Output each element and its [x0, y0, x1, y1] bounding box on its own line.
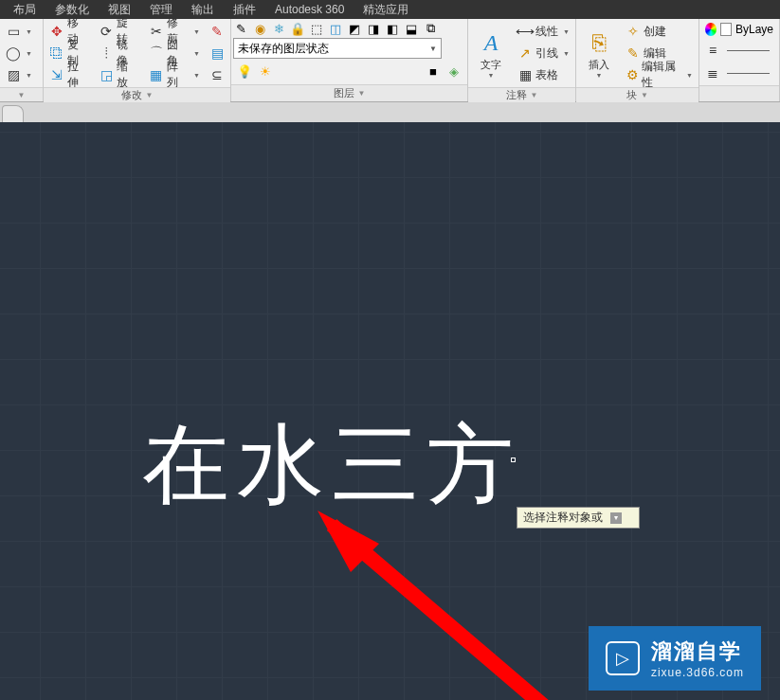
panel-layer-title: 图层▼	[231, 84, 467, 101]
layer-lock-icon[interactable]: 🔒	[290, 21, 305, 36]
stretch-label: 拉伸	[67, 59, 90, 91]
lineweight-control[interactable]: ≣	[701, 63, 777, 83]
linetype-control[interactable]: ≡	[701, 40, 777, 61]
lineweight-icon: ≣	[705, 65, 720, 81]
bylayer-label: ByLaye	[735, 23, 773, 36]
fillet-icon: ⌒	[149, 45, 164, 61]
layer-i5-icon[interactable]: ◧	[385, 21, 400, 36]
menu-a360[interactable]: Autodesk 360	[265, 1, 354, 18]
stretch-button[interactable]: ⇲拉伸	[45, 64, 93, 85]
scale-label: 缩放	[117, 59, 139, 91]
panel-props-title	[699, 85, 779, 101]
layer-sun-icon[interactable]: ☀	[258, 63, 273, 79]
layer-color-icon[interactable]: ■	[426, 63, 441, 79]
layer-state-icon[interactable]: ◉	[252, 21, 267, 36]
array-label: 阵列	[167, 59, 190, 91]
panel-block-title: 块▼	[576, 87, 698, 102]
panel-annotate-title: 注释▼	[468, 87, 575, 102]
move-icon: ✥	[49, 24, 64, 39]
table-button[interactable]: ▦表格	[514, 64, 573, 85]
panel-modify: ✥移动 ⿻复制 ⇲拉伸 ⟳旋转 ⦙镜像 ◲缩放 ✂修剪▼ ⌒圆角▼ ▦阵列▼ ✎…	[44, 19, 231, 101]
stretch-icon: ⇲	[49, 67, 64, 82]
watermark-url: zixue.3d66.com	[651, 666, 744, 679]
color-wheel-icon	[705, 23, 717, 36]
create-icon: ✧	[626, 24, 641, 39]
layer-freeze-icon[interactable]: ❄	[271, 21, 286, 36]
watermark: ▷ 溜溜自学 zixue.3d66.com	[589, 626, 761, 691]
svg-line-0	[332, 525, 626, 700]
leader-button[interactable]: ↗引线▼	[514, 43, 573, 63]
copy-icon: ⿻	[49, 45, 64, 61]
insert-icon: ⎘	[584, 27, 614, 58]
tooltip-text: 选择注释对象或	[523, 510, 603, 526]
tooltip-menu-icon[interactable]: ▾	[610, 512, 622, 524]
layer-on-icon[interactable]: 💡	[237, 63, 252, 79]
text-button[interactable]: A 文字 ▼	[470, 21, 512, 85]
panel-layer: ✎ ◉ ❄ 🔒 ⬚ ◫ ◩ ◨ ◧ ⬓ ⧉ 未保存的图层状态 ▼ 💡 ☀ ■	[231, 19, 468, 101]
color-swatch-icon	[720, 23, 732, 36]
rotate-icon: ⟳	[99, 24, 114, 39]
insert-label: 插入	[589, 58, 609, 72]
panel-draw-title: ▼	[0, 87, 43, 101]
ribbon: ▭▼ ◯▼ ▨▼ ▼ ✥移动 ⿻复制 ⇲拉伸 ⟳旋转 ⦙镜像 ◲缩放 ✂修剪▼ …	[0, 19, 780, 102]
leader-icon: ↗	[517, 45, 533, 61]
layer-i1-icon[interactable]: ⬚	[309, 21, 324, 36]
drawing-canvas[interactable]: 在水三方 选择注释对象或 ▾ ▷ 溜溜自学 zixue.3d66.com	[0, 122, 780, 700]
doc-tab[interactable]	[2, 105, 24, 122]
table-icon: ▦	[517, 67, 533, 82]
panel-modify-title: 修改▼	[44, 87, 230, 102]
text-label: 文字	[481, 58, 501, 72]
layer-i4-icon[interactable]: ◨	[366, 21, 381, 36]
layer-state-dropdown[interactable]: 未保存的图层状态 ▼	[233, 38, 442, 59]
erase-button[interactable]: ✎	[206, 21, 228, 42]
array-button[interactable]: ▦阵列▼	[145, 64, 204, 85]
create-label: 创建	[644, 24, 666, 40]
edit-attr-button[interactable]: ⚙编辑属性▼	[622, 64, 697, 85]
offset-icon: ⊆	[209, 67, 225, 82]
layer-i3-icon[interactable]: ◩	[347, 21, 362, 36]
erase-icon: ✎	[209, 24, 225, 39]
panel-annotate: A 文字 ▼ ⟷线性▼ ↗引线▼ ▦表格 注释▼	[468, 19, 576, 101]
linear-button[interactable]: ⟷线性▼	[514, 21, 573, 42]
linear-label: 线性	[535, 24, 558, 40]
watermark-logo-icon: ▷	[606, 641, 640, 675]
hatch-button[interactable]: ▨▼	[2, 64, 36, 85]
watermark-title: 溜溜自学	[651, 637, 744, 666]
drawing-text-object[interactable]: 在水三方	[142, 406, 521, 524]
ellipse-button[interactable]: ◯▼	[2, 43, 36, 63]
rect-button[interactable]: ▭▼	[2, 21, 36, 42]
panel-draw: ▭▼ ◯▼ ▨▼ ▼	[0, 19, 44, 101]
trim-icon: ✂	[149, 24, 164, 39]
rect-icon: ▭	[6, 24, 21, 39]
edit-icon: ✎	[626, 45, 641, 61]
offset-button[interactable]: ⊆	[206, 64, 228, 85]
hatch-icon: ▨	[6, 67, 21, 82]
attr-label: 编辑属性	[642, 59, 681, 91]
command-tooltip: 选择注释对象或 ▾	[517, 507, 640, 529]
layer-props-icon[interactable]: ✎	[233, 21, 248, 36]
layer-i7-icon[interactable]: ⧉	[423, 21, 438, 36]
layer-more-icon[interactable]: ◈	[446, 63, 462, 79]
leader-label: 引线	[535, 45, 558, 62]
ellipse-icon: ◯	[6, 45, 21, 61]
panel-block: ⎘ 插入 ▼ ✧创建 ✎编辑 ⚙编辑属性▼ 块▼	[576, 19, 699, 101]
attr-icon: ⚙	[626, 67, 639, 82]
create-block-button[interactable]: ✧创建	[622, 21, 697, 42]
text-icon: A	[476, 27, 506, 58]
menu-featured[interactable]: 精选应用	[354, 0, 418, 20]
insert-button[interactable]: ⎘ 插入 ▼	[578, 21, 620, 85]
explode-button[interactable]: ▤	[206, 43, 228, 63]
chevron-down-icon: ▼	[429, 45, 437, 53]
layer-state-value: 未保存的图层状态	[238, 41, 329, 57]
menu-layout[interactable]: 布局	[4, 0, 45, 20]
cursor-pickbox	[511, 458, 516, 462]
layer-i2-icon[interactable]: ◫	[328, 21, 343, 36]
color-control[interactable]: ByLaye	[701, 21, 777, 38]
linear-icon: ⟷	[517, 24, 533, 39]
mirror-icon: ⦙	[99, 45, 114, 61]
table-label: 表格	[535, 67, 558, 83]
scale-button[interactable]: ◲缩放	[95, 64, 142, 85]
menu-plugins[interactable]: 插件	[224, 0, 265, 20]
linetype-icon: ≡	[705, 43, 720, 58]
layer-i6-icon[interactable]: ⬓	[404, 21, 419, 36]
